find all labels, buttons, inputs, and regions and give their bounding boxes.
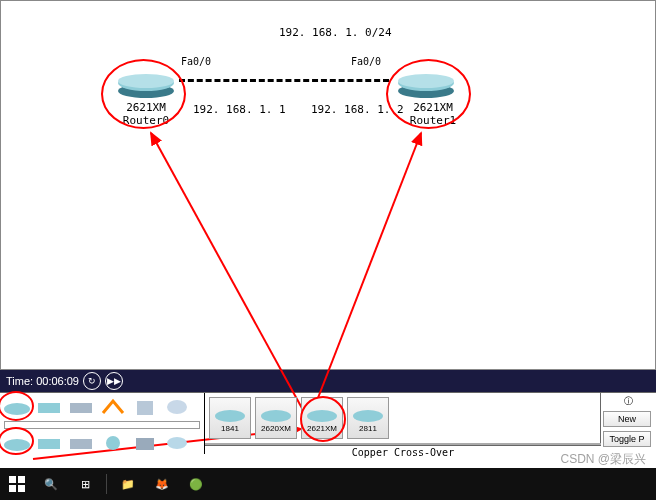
subcat-3-icon[interactable]	[66, 431, 96, 455]
svg-point-23	[353, 410, 383, 422]
category-panel	[0, 393, 205, 454]
firefox-icon[interactable]: 🦊	[145, 468, 179, 500]
annotation-circle-device	[300, 396, 346, 442]
taskview-icon[interactable]: ⊞	[68, 468, 102, 500]
svg-point-13	[167, 400, 187, 414]
router-1-port: Fa0/0	[351, 56, 381, 67]
cat-switches-icon[interactable]	[34, 395, 64, 419]
reset-time-button[interactable]: ↻	[83, 372, 101, 390]
time-value: 00:06:09	[36, 375, 79, 387]
new-button[interactable]: New	[603, 411, 651, 427]
svg-rect-11	[70, 403, 92, 413]
explorer-icon[interactable]: 📁	[111, 468, 145, 500]
device-2811-label: 2811	[359, 424, 377, 433]
device-2620xm-label: 2620XM	[261, 424, 291, 433]
cat-connections-icon[interactable]	[130, 395, 160, 419]
svg-rect-27	[18, 485, 25, 492]
router-0-port: Fa0/0	[181, 56, 211, 67]
subcat-6-icon[interactable]	[162, 431, 192, 455]
cat-enddevices-icon[interactable]	[162, 395, 192, 419]
svg-rect-25	[18, 476, 25, 483]
subcat-2-icon[interactable]	[34, 431, 64, 455]
device-list: 1841 2620XM 2621XM 2811	[205, 393, 601, 443]
device-2620xm[interactable]: 2620XM	[255, 397, 297, 439]
svg-rect-10	[38, 403, 60, 413]
link-r0-r1[interactable]	[179, 79, 389, 82]
cat-wireless-icon[interactable]	[98, 395, 128, 419]
start-button[interactable]	[0, 468, 34, 500]
search-icon[interactable]: 🔍	[34, 468, 68, 500]
device-panel: 1841 2620XM 2621XM 2811 Copper Cross-Ove…	[0, 392, 656, 454]
device-2811[interactable]: 2811	[347, 397, 389, 439]
fastforward-button[interactable]: ▶▶	[105, 372, 123, 390]
right-panel: ⓘ New Toggle P	[601, 393, 656, 454]
subnet-label: 192. 168. 1. 0/24	[279, 26, 392, 39]
svg-point-20	[215, 410, 245, 422]
svg-point-17	[106, 436, 120, 450]
watermark: CSDN @梁辰兴	[560, 451, 646, 468]
cable-label: Copper Cross-Over	[205, 445, 601, 459]
subcat-4-icon[interactable]	[98, 431, 128, 455]
svg-rect-18	[136, 438, 154, 450]
device-2621xm[interactable]: 2621XM	[301, 397, 343, 439]
svg-rect-12	[137, 401, 153, 415]
workspace-canvas[interactable]: 192. 168. 1. 0/24 2621XM Router0 Fa0/0 1…	[0, 0, 656, 370]
device-1841-label: 1841	[221, 424, 239, 433]
svg-point-21	[261, 410, 291, 422]
annotation-circle-r0	[101, 59, 186, 129]
svg-rect-26	[9, 485, 16, 492]
svg-rect-16	[70, 439, 92, 449]
router-0-ip: 192. 168. 1. 1	[193, 103, 286, 116]
svg-rect-24	[9, 476, 16, 483]
windows-taskbar: 🔍 ⊞ 📁 🦊 🟢	[0, 468, 656, 500]
cat-hubs-icon[interactable]	[66, 395, 96, 419]
svg-point-19	[167, 437, 187, 449]
device-1841[interactable]: 1841	[209, 397, 251, 439]
packettracer-icon[interactable]: 🟢	[179, 468, 213, 500]
annotation-circle-r1	[386, 59, 471, 129]
time-label: Time:	[6, 375, 33, 387]
toggle-button[interactable]: Toggle P	[603, 431, 651, 447]
svg-rect-15	[38, 439, 60, 449]
subcat-5-icon[interactable]	[130, 431, 160, 455]
time-bar: Time: 00:06:09 ↻ ▶▶	[0, 370, 656, 392]
